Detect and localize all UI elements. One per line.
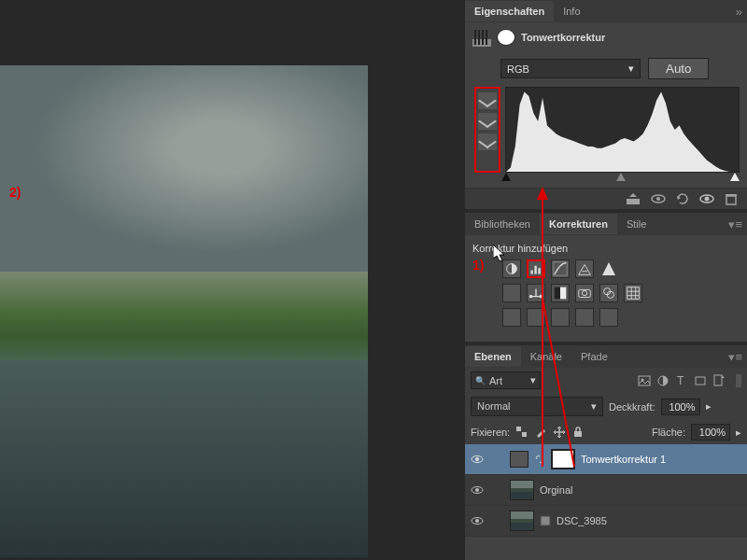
svg-point-41	[475, 519, 479, 523]
black-point-eyedropper-icon[interactable]	[478, 92, 497, 109]
hue-sat-adjustment-icon[interactable]	[502, 284, 521, 302]
histogram-chart[interactable]	[505, 87, 740, 173]
midtone-slider-handle[interactable]	[616, 173, 626, 181]
fill-input[interactable]: 100%	[691, 424, 730, 441]
layer-name[interactable]: DSC_3985	[557, 515, 607, 526]
layer-thumb[interactable]	[510, 480, 534, 500]
threshold-adjustment-icon[interactable]	[551, 308, 570, 327]
exposure-adjustment-icon[interactable]	[575, 259, 594, 278]
svg-marker-0	[506, 92, 739, 173]
curves-adjustment-icon[interactable]	[551, 259, 570, 278]
canvas-area[interactable]	[0, 0, 465, 560]
svg-rect-17	[560, 287, 566, 300]
lock-transparency-icon[interactable]	[515, 426, 529, 439]
view-previous-icon[interactable]	[650, 192, 667, 205]
svg-point-19	[582, 290, 586, 295]
bw-adjustment-icon[interactable]	[551, 284, 570, 302]
layer-row[interactable]: Tonwertkorrektur 1	[465, 444, 747, 475]
smart-object-badge-icon	[540, 515, 551, 526]
svg-rect-42	[541, 516, 550, 525]
opacity-flyout-icon[interactable]: ▸	[706, 400, 712, 413]
tab-info[interactable]: Info	[554, 1, 589, 21]
lock-label: Fixieren:	[471, 427, 510, 438]
link-mask-icon[interactable]	[534, 454, 545, 465]
levels-adjustment-icon[interactable]	[527, 259, 545, 278]
tab-layers[interactable]: Ebenen	[465, 346, 521, 367]
gradient-map-adjustment-icon[interactable]	[575, 308, 594, 327]
svg-point-14	[529, 295, 533, 299]
tab-channels[interactable]: Kanäle	[521, 346, 571, 367]
svg-rect-9	[530, 271, 532, 274]
svg-rect-10	[534, 266, 536, 274]
svg-rect-32	[714, 375, 722, 385]
fill-flyout-icon[interactable]: ▸	[736, 427, 741, 439]
lock-position-icon[interactable]	[553, 426, 566, 439]
selective-color-adjustment-icon[interactable]	[599, 308, 618, 327]
reset-icon[interactable]	[674, 192, 691, 205]
panel-menu-icon[interactable]: ▾≡	[728, 350, 742, 364]
color-balance-adjustment-icon[interactable]	[527, 284, 545, 302]
properties-footer	[465, 188, 747, 209]
filter-pixel-icon[interactable]	[637, 373, 652, 388]
annotation-1: 1)	[472, 258, 484, 273]
brightness-contrast-icon[interactable]	[502, 259, 521, 278]
eye-icon[interactable]	[471, 514, 484, 527]
eye-icon[interactable]	[471, 483, 484, 497]
auto-button[interactable]: Auto	[648, 58, 709, 79]
filter-shape-icon[interactable]	[693, 373, 708, 388]
tab-corrections[interactable]: Korrekturen	[540, 214, 617, 234]
svg-rect-34	[522, 432, 527, 437]
shadow-slider-handle[interactable]	[501, 173, 511, 181]
layer-row[interactable]: DSC_3985	[465, 506, 747, 537]
filter-smart-icon[interactable]	[712, 373, 726, 388]
tab-styles[interactable]: Stile	[617, 214, 655, 234]
document-image	[0, 65, 368, 557]
highlight-slider-handle[interactable]	[730, 173, 740, 181]
panel-menu-icon[interactable]: »	[736, 5, 742, 19]
panel-menu-icon[interactable]: ▾≡	[728, 217, 742, 231]
fill-label: Fläche:	[652, 427, 685, 438]
clip-to-layer-icon[interactable]	[626, 192, 642, 205]
properties-tabs: Eigenschaften Info »	[465, 0, 747, 22]
filter-adjustment-icon[interactable]	[655, 373, 670, 388]
layer-mask-thumb[interactable]	[551, 449, 575, 469]
layers-tabs: Ebenen Kanäle Pfade ▾≡	[465, 345, 747, 368]
svg-rect-11	[538, 268, 540, 273]
add-correction-label: Korrektur hinzufügen	[472, 243, 740, 254]
vibrance-adjustment-icon[interactable]	[599, 259, 618, 278]
lock-pixels-icon[interactable]	[534, 426, 547, 439]
eye-icon[interactable]	[471, 453, 484, 466]
tab-paths[interactable]: Pfade	[571, 346, 617, 367]
delete-icon[interactable]	[723, 192, 740, 205]
svg-point-37	[475, 457, 479, 461]
layer-thumb[interactable]	[510, 511, 534, 531]
invert-adjustment-icon[interactable]	[502, 308, 521, 327]
svg-rect-6	[726, 196, 736, 204]
photo-filter-adjustment-icon[interactable]	[575, 284, 594, 302]
visibility-icon[interactable]	[698, 192, 715, 205]
adjustment-thumb-icon	[510, 451, 529, 468]
svg-point-15	[540, 295, 543, 299]
filter-toggle-icon[interactable]	[736, 374, 741, 387]
channel-dropdown[interactable]: RGB▾	[500, 59, 641, 78]
svg-rect-31	[696, 377, 705, 385]
corrections-tabs: Bibliotheken Korrekturen Stile ▾≡	[465, 213, 747, 235]
input-levels-slider[interactable]	[506, 173, 735, 182]
color-lookup-adjustment-icon[interactable]	[624, 284, 642, 302]
layer-name[interactable]: Tonwertkorrektur 1	[581, 454, 666, 465]
filter-type-icon[interactable]: T	[674, 373, 689, 388]
tab-properties[interactable]: Eigenschaften	[465, 1, 554, 21]
layer-row[interactable]: Orginal	[465, 475, 747, 506]
posterize-adjustment-icon[interactable]	[527, 308, 545, 327]
levels-icon	[472, 28, 491, 47]
lock-all-icon[interactable]	[571, 426, 585, 439]
opacity-input[interactable]: 100%	[661, 399, 700, 415]
svg-rect-33	[516, 427, 521, 431]
white-point-eyedropper-icon[interactable]	[478, 133, 497, 150]
layer-filter-dropdown[interactable]: 🔍Art▾	[471, 371, 541, 389]
gray-point-eyedropper-icon[interactable]	[478, 113, 497, 130]
tab-libraries[interactable]: Bibliotheken	[465, 214, 540, 234]
channel-mixer-adjustment-icon[interactable]	[599, 284, 618, 302]
layer-name[interactable]: Orginal	[540, 484, 572, 496]
blend-mode-dropdown[interactable]: Normal▾	[471, 397, 603, 416]
